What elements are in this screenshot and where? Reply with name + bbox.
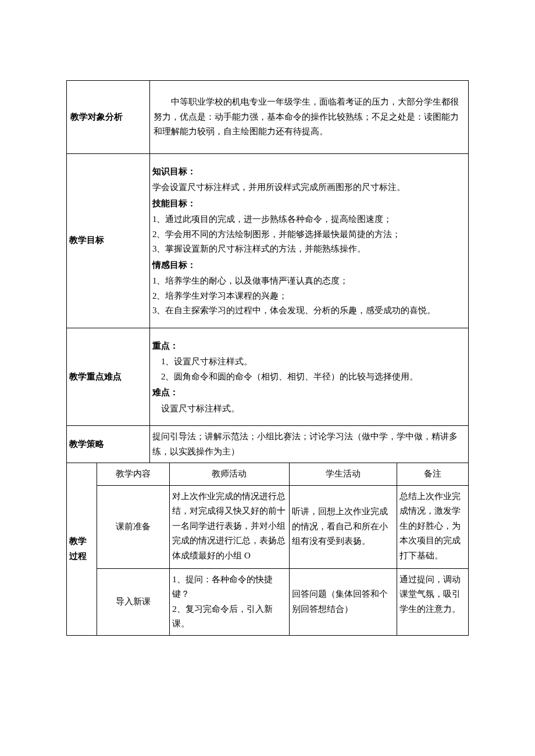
obj-p3b: 2、培养学生对学习本课程的兴趣；	[152, 289, 466, 304]
content-objectives: 知识目标： 学会设置尺寸标注样式，并用所设样式完成所画图形的尺寸标注。 技能目标…	[149, 153, 468, 328]
label-focus: 教学重点难点	[67, 328, 150, 426]
content-audience: 中等职业学校的机电专业一年级学生，面临着考证的压力，大部分学生都很努力，优点是：…	[149, 81, 468, 154]
header-notes: 备注	[397, 463, 469, 486]
row-audience: 教学对象分析 中等职业学校的机电专业一年级学生，面临着考证的压力，大部分学生都很…	[67, 81, 469, 154]
proc-r1-c4: 总结上次作业完成情况，激发学生的好胜心，为本次项目的完成打下基础。	[397, 485, 469, 568]
label-process: 教学过程	[67, 463, 97, 636]
header-content: 教学内容	[97, 463, 170, 486]
header-teacher: 教师活动	[170, 463, 289, 486]
header-student: 学生活动	[289, 463, 397, 486]
row-focus: 教学重点难点 重点： 1、设置尺寸标注样式。 2、圆角命令和圆的命令（相切、相切…	[67, 328, 469, 426]
proc-r2-c2: 1、提问：各种命令的快捷键？ 2、复习完命令后，引入新课。	[170, 568, 289, 635]
proc-r2-c3: 回答问题（集体回答和个别回答想结合）	[289, 568, 397, 635]
proc-r1-c2: 对上次作业完成的情况进行总结，对完成得又快又好的前十一名同学进行表扬，并对小组完…	[170, 485, 289, 568]
focus-h2: 难点：	[152, 384, 466, 402]
content-focus: 重点： 1、设置尺寸标注样式。 2、圆角命令和圆的命令（相切、相切、半径）的比较…	[149, 328, 468, 426]
obj-h3: 情感目标：	[152, 257, 466, 274]
focus-p1a: 1、设置尺寸标注样式。	[152, 354, 466, 370]
focus-p2: 设置尺寸标注样式。	[152, 402, 466, 417]
obj-p2a: 1、通过此项目的完成，进一步熟练各种命令，提高绘图速度；	[152, 212, 466, 227]
obj-p2c: 3、掌握设置新的尺寸标注样式的方法，并能熟练操作。	[152, 242, 466, 257]
proc-r1-c3: 听讲，回想上次作业完成的情况，看自己和所在小组有没有受到表扬。	[289, 485, 397, 568]
proc-r1-c1: 课前准备	[97, 485, 170, 568]
proc-r2-c4: 通过提问，调动课堂气氛，吸引学生的注意力。	[397, 568, 469, 635]
label-strategy: 教学策略	[67, 426, 150, 463]
proc-row-1: 课前准备 对上次作业完成的情况进行总结，对完成得又快又好的前十一名同学进行表扬，…	[67, 485, 469, 568]
obj-p3c: 3、在自主探索学习的过程中，体会发现、分析的乐趣，感受成功的喜悦。	[152, 303, 466, 318]
obj-p1: 学会设置尺寸标注样式，并用所设样式完成所画图形的尺寸标注。	[152, 180, 466, 195]
text-audience: 中等职业学校的机电专业一年级学生，面临着考证的压力，大部分学生都很努力，优点是：…	[154, 95, 465, 139]
proc-header-row: 教学过程 教学内容 教师活动 学生活动 备注	[67, 463, 469, 486]
obj-h2: 技能目标：	[152, 195, 466, 213]
lesson-plan-table: 教学对象分析 中等职业学校的机电专业一年级学生，面临着考证的压力，大部分学生都很…	[66, 80, 469, 636]
focus-h1: 重点：	[152, 338, 466, 355]
proc-r2-c1: 导入新课	[97, 568, 170, 635]
label-audience: 教学对象分析	[67, 81, 150, 154]
page-container: 教学对象分析 中等职业学校的机电专业一年级学生，面临着考证的压力，大部分学生都很…	[0, 0, 535, 756]
row-objectives: 教学目标 知识目标： 学会设置尺寸标注样式，并用所设样式完成所画图形的尺寸标注。…	[67, 153, 469, 328]
content-strategy: 提问引导法；讲解示范法；小组比赛法；讨论学习法（做中学，学中做，精讲多练，以实践…	[149, 426, 468, 463]
focus-p1b: 2、圆角命令和圆的命令（相切、相切、半径）的比较与选择使用。	[152, 370, 466, 385]
obj-h1: 知识目标：	[152, 163, 466, 181]
proc-row-2: 导入新课 1、提问：各种命令的快捷键？ 2、复习完命令后，引入新课。 回答问题（…	[67, 568, 469, 635]
obj-p2b: 2、学会用不同的方法绘制图形，并能够选择最快最简捷的方法；	[152, 227, 466, 242]
row-strategy: 教学策略 提问引导法；讲解示范法；小组比赛法；讨论学习法（做中学，学中做，精讲多…	[67, 426, 469, 463]
label-objectives: 教学目标	[67, 153, 150, 328]
obj-p3a: 1、培养学生的耐心，以及做事情严谨认真的态度；	[152, 274, 466, 289]
